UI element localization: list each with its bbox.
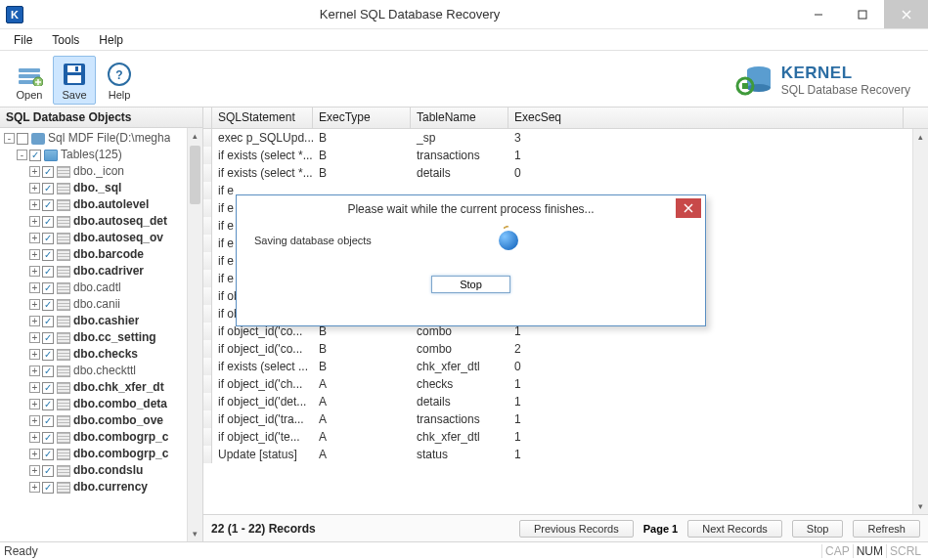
checkbox[interactable]: ✓: [42, 382, 54, 394]
checkbox[interactable]: ✓: [42, 432, 54, 444]
scroll-up-icon[interactable]: ▴: [188, 128, 202, 144]
help-button[interactable]: ? Help: [98, 56, 141, 105]
previous-records-button[interactable]: Previous Records: [519, 520, 634, 538]
grid-scroll-up-icon[interactable]: ▴: [913, 129, 928, 145]
expander-icon[interactable]: +: [29, 449, 40, 459]
expander-icon[interactable]: +: [29, 316, 40, 326]
expander-icon[interactable]: +: [29, 349, 40, 360]
grid-row[interactable]: Update [status]Astatus1: [203, 446, 928, 463]
expander-icon[interactable]: +: [29, 183, 40, 194]
tree-node[interactable]: +✓dbo.combogrp_c: [4, 446, 202, 462]
checkbox[interactable]: ✓: [42, 482, 54, 494]
tree-node[interactable]: -✓Tables(125): [4, 147, 202, 163]
grid-row[interactable]: if object_id('te...Achk_xfer_dtl1: [203, 428, 928, 446]
expander-icon[interactable]: +: [29, 166, 40, 177]
tree-node[interactable]: +✓dbo.cadtl: [4, 280, 202, 296]
tree-node[interactable]: +✓dbo.cc_setting: [4, 329, 202, 346]
scroll-thumb[interactable]: [190, 146, 200, 204]
expander-icon[interactable]: +: [29, 282, 40, 293]
expander-icon[interactable]: +: [29, 199, 40, 210]
tree-node[interactable]: +✓dbo.combogrp_c: [4, 429, 202, 446]
tree-node[interactable]: +✓dbo.checkttl: [4, 363, 202, 379]
tree-node[interactable]: +✓dbo.cashier: [4, 313, 202, 329]
expander-icon[interactable]: +: [29, 366, 40, 376]
tree-node[interactable]: +✓dbo.barcode: [4, 246, 202, 263]
tree-node[interactable]: +✓dbo.combo_deta: [4, 396, 202, 412]
menu-file[interactable]: File: [4, 31, 42, 49]
checkbox[interactable]: ✓: [42, 415, 54, 427]
checkbox[interactable]: ✓: [42, 349, 54, 361]
checkbox[interactable]: ✓: [29, 150, 41, 161]
expander-icon[interactable]: +: [29, 216, 40, 227]
expander-icon[interactable]: +: [29, 415, 40, 426]
expander-icon[interactable]: +: [29, 266, 40, 277]
expander-icon[interactable]: +: [29, 382, 40, 393]
checkbox[interactable]: ✓: [42, 199, 54, 211]
expander-icon[interactable]: +: [29, 465, 40, 476]
open-button[interactable]: Open: [8, 56, 51, 105]
close-button[interactable]: [884, 0, 928, 28]
tree[interactable]: -Sql MDF File(D:\megha-✓Tables(125)+✓dbo…: [0, 128, 202, 497]
tree-node[interactable]: +✓dbo.canii: [4, 296, 202, 313]
menu-help[interactable]: Help: [89, 31, 133, 49]
stop-button[interactable]: Stop: [792, 520, 844, 538]
checkbox[interactable]: ✓: [42, 166, 54, 178]
expander-icon[interactable]: +: [29, 432, 40, 443]
maximize-button[interactable]: [840, 0, 884, 28]
grid-row[interactable]: if object_id('co...Bcombo2: [203, 340, 928, 358]
expander-icon[interactable]: -: [17, 150, 27, 160]
checkbox[interactable]: ✓: [42, 366, 54, 377]
col-sqlstatement[interactable]: SQLStatement: [212, 108, 313, 128]
checkbox[interactable]: [17, 133, 28, 145]
checkbox[interactable]: ✓: [42, 282, 54, 294]
dialog-stop-button[interactable]: Stop: [431, 276, 510, 293]
grid-row[interactable]: if exists (select *...Btransactions1: [203, 147, 928, 164]
tree-node[interactable]: +✓dbo.combo_ove: [4, 412, 202, 429]
next-records-button[interactable]: Next Records: [687, 520, 782, 538]
checkbox[interactable]: ✓: [42, 399, 54, 410]
tree-scrollbar[interactable]: ▴ ▾: [187, 128, 202, 541]
tree-node[interactable]: +✓dbo.autolevel: [4, 196, 202, 213]
checkbox[interactable]: ✓: [42, 216, 54, 228]
expander-icon[interactable]: -: [4, 133, 15, 144]
grid-row[interactable]: exec p_SQLUpd...B_sp3: [203, 129, 928, 147]
grid-scroll-down-icon[interactable]: ▾: [913, 498, 928, 514]
grid-row[interactable]: if exists (select *...Bdetails0: [203, 164, 928, 182]
grid-row[interactable]: if object_id('tra...Atransactions1: [203, 410, 928, 428]
checkbox[interactable]: ✓: [42, 233, 54, 244]
col-tablename[interactable]: TableName: [411, 108, 508, 128]
col-execseq[interactable]: ExecSeq: [508, 108, 904, 128]
tree-node[interactable]: +✓dbo.autoseq_ov: [4, 230, 202, 246]
expander-icon[interactable]: +: [29, 399, 40, 409]
tree-node[interactable]: +✓dbo.condslu: [4, 462, 202, 479]
refresh-button[interactable]: Refresh: [853, 520, 920, 538]
tree-node[interactable]: -Sql MDF File(D:\megha: [4, 130, 202, 147]
tree-node[interactable]: +✓dbo.cadriver: [4, 263, 202, 280]
tree-node[interactable]: +✓dbo.checks: [4, 346, 202, 363]
expander-icon[interactable]: +: [29, 332, 40, 343]
checkbox[interactable]: ✓: [42, 449, 54, 460]
expander-icon[interactable]: +: [29, 482, 40, 493]
checkbox[interactable]: ✓: [42, 332, 54, 344]
tree-node[interactable]: +✓dbo.currency: [4, 479, 202, 495]
col-exectype[interactable]: ExecType: [313, 108, 411, 128]
grid-row[interactable]: if object_id('ch...Achecks1: [203, 375, 928, 393]
tree-node[interactable]: +✓dbo.chk_xfer_dt: [4, 379, 202, 396]
checkbox[interactable]: ✓: [42, 183, 54, 194]
grid-row[interactable]: if exists (select ...Bchk_xfer_dtl0: [203, 358, 928, 375]
tree-node[interactable]: +✓dbo.autoseq_det: [4, 213, 202, 230]
checkbox[interactable]: ✓: [42, 299, 54, 311]
tree-node[interactable]: +✓dbo._icon: [4, 163, 202, 180]
checkbox[interactable]: ✓: [42, 316, 54, 327]
expander-icon[interactable]: +: [29, 299, 40, 310]
save-button[interactable]: Save: [53, 56, 96, 105]
checkbox[interactable]: ✓: [42, 465, 54, 477]
minimize-button[interactable]: [796, 0, 840, 28]
scroll-down-icon[interactable]: ▾: [188, 526, 202, 541]
tree-node[interactable]: +✓dbo._sql: [4, 180, 202, 196]
checkbox[interactable]: ✓: [42, 249, 54, 261]
checkbox[interactable]: ✓: [42, 266, 54, 278]
expander-icon[interactable]: +: [29, 233, 40, 243]
grid-row[interactable]: if object_id('det...Adetails1: [203, 393, 928, 410]
menu-tools[interactable]: Tools: [42, 31, 89, 49]
